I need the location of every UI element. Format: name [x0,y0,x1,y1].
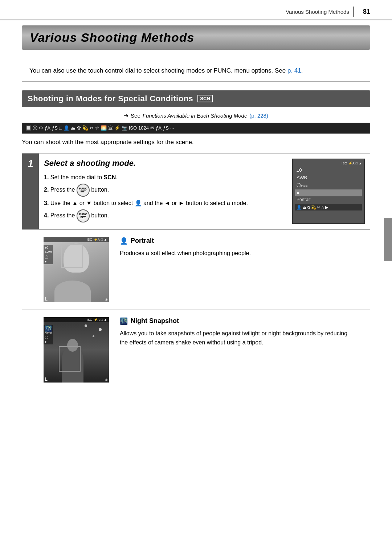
icon-m9: 📷 [122,125,127,131]
icon-iso: ISO [129,125,137,131]
night-bottom-right: ⑧ [105,378,108,382]
info-link[interactable]: p. 41 [287,67,301,74]
ns-icon3: ◯ [45,335,52,339]
night-snapshot-info: 🌃 Night Snapshot Allows you to take snap… [120,317,348,347]
step-num-1: 1. [44,174,49,180]
pt-icon2: ⚡A [94,238,100,241]
section-title: Shooting in Modes for Special Conditions [28,94,193,103]
icon-pwr: ⚙ [39,125,43,131]
menu-item-exposure: ±0 [295,167,362,173]
icon-fa: ƒA [45,125,50,131]
left-arrow: ◄ [164,200,170,206]
night-icon: 🌃 [120,317,128,325]
sub-step-4: 4. Press the FUNCSET button. [44,209,286,222]
night-photo: ISO ⚡A □ ▲ ±0 AWB ◯ ● L ⑧ [44,317,109,383]
func-button-1: FUNCSET [77,184,90,197]
night-focus-rect [59,346,81,372]
portrait-icon: 👤 [120,237,128,245]
ps-icon4: ● [45,260,52,263]
light-dot-3 [85,324,87,327]
icon-dots: ··· [170,125,174,131]
icon-res2: ✉ [150,125,154,131]
bottom-icon-6: ☆ [321,205,324,210]
portrait-l-label: L [45,296,48,302]
icon-m2: ✿ [77,125,81,131]
icon-m7: 🏛 [108,125,113,131]
portrait-description: Produces a soft effect when photographin… [120,249,348,258]
see-prefix: See [131,113,140,119]
step-1-inner: 1 Select a shooting mode. 1. Set the mod… [22,154,370,229]
portrait-mode-section: ISO ⚡A □ ▲ ±0 AWB ◯ ● L ⑧ [22,229,370,310]
light-dot-2 [93,335,94,337]
portrait-photo: ISO ⚡A □ ▲ ±0 AWB ◯ ● L ⑧ [44,237,109,302]
icon-m4: ✂ [90,125,94,131]
bottom-icon-2: ⛰ [302,205,306,210]
page-number: 81 [363,8,370,16]
page-header: Various Shooting Methods 81 [0,0,392,20]
screen-portrait-label: Portrait [295,196,362,203]
page-title: Various Shooting Methods [30,30,362,45]
night-description: Allows you to take snapshots of people a… [120,329,348,347]
step-content: Select a shooting mode. 1. Set the mode … [39,154,292,229]
scn-text: SCN [104,174,116,180]
right-arrow: ► [179,200,184,206]
icon-iso-top: ISO [342,161,347,165]
light-dot-1 [99,328,102,331]
icon-sq: □ [59,125,62,131]
icon-tri-top: ▲ [359,161,362,165]
icon-cm: Ⓜ [33,125,37,131]
menu-item-wb: AWB [295,174,362,181]
step-number: 1 [22,154,39,229]
sub-step-3: 3. Use the ▲ or ▼ button to select 👤 and… [44,198,286,208]
sub-step-1: 1. Set the mode dial to SCN. [44,172,286,182]
portrait-title-text: Portrait [131,237,154,245]
portrait-icon-inline: 👤 [135,200,142,206]
ns-icon4: ● [45,340,52,344]
section-heading: Shooting in Modes for Special Conditions… [22,90,370,107]
see-link[interactable]: (p. 228) [249,113,268,119]
bottom-icon-5: ✂ [317,205,320,210]
ps-icon1: ±0 [45,246,52,249]
info-text1: You can also use the touch control dial … [29,67,287,74]
portrait-photo-sidebar: ±0 AWB ◯ ● [44,245,53,264]
icon-sq-top: □ [356,161,358,165]
icon-auto: 🔲 [25,125,31,131]
portrait-bottom-right: ⑧ [105,298,108,302]
night-title: 🌃 Night Snapshot [120,317,348,325]
nt-icon3: □ [101,318,103,322]
info-box: You can also use the touch control dial … [22,60,370,82]
page-title-section: Various Shooting Methods [22,25,370,50]
up-arrow: ▲ [72,200,78,206]
portrait-body [54,281,91,302]
see-note: ➜ See Functions Available in Each Shooti… [22,112,370,119]
icon-m6: 🌅 [101,125,107,131]
screen-menu-items: ±0 AWB ◯OFF ● [295,167,362,196]
step-title: Select a shooting mode. [44,159,286,168]
menu-item-color: ◯OFF [295,182,362,189]
see-italic: Functions Available in Each Shooting Mod… [143,113,248,119]
bottom-icon-7: ▶ [325,205,328,210]
down-arrow: ▼ [86,200,92,206]
step-1-container: 1 Select a shooting mode. 1. Set the mod… [22,153,370,229]
nt-icon2: ⚡A [94,318,100,322]
icon-m5: ☆ [95,125,99,131]
step-num-2: 2. [44,187,49,193]
pt-icon4: ▲ [104,238,107,241]
icon-fs2: ƒS [163,125,169,131]
icon-m3: 💫 [82,125,88,131]
menu-item-selected: ● [295,189,362,196]
chapter-title: Various Shooting Methods [286,9,349,15]
night-icon-topleft: 🌃 [45,325,52,332]
header-divider [353,7,354,17]
night-snapshot-section: ISO ⚡A □ ▲ ±0 AWB ◯ ● L ⑧ [22,310,370,390]
arrow-right-icon: ➜ [124,112,128,119]
sub-step-2: 2. Press the FUNCSET button. [44,184,286,197]
icon-fs: ƒS [52,125,58,131]
icon-res1: 1024 [138,125,149,131]
night-title-text: Night Snapshot [131,317,179,325]
icons-strip: 🔲 Ⓜ ⚙ ƒA ƒS □ 👤 ⛰ ✿ 💫 ✂ ☆ 🌅 🏛 ⚡ 📷 ISO 10… [22,123,370,134]
you-can-shoot-text: You can shoot with the most appropriate … [22,139,370,146]
portrait-focus-rect [61,244,83,268]
bottom-icon-4: 💫 [311,205,316,210]
night-photo-topbar: ISO ⚡A □ ▲ [44,317,109,322]
